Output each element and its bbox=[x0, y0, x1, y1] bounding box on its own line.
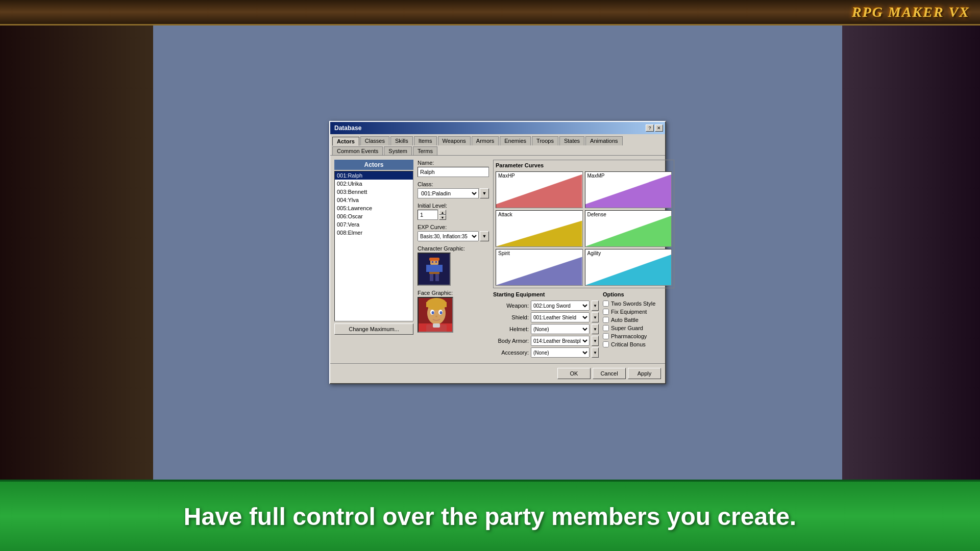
tab-actors[interactable]: Actors bbox=[332, 137, 359, 146]
body-armor-dropdown-button[interactable]: ▼ bbox=[592, 336, 599, 346]
dialog-close-button[interactable]: ✕ bbox=[655, 124, 663, 132]
two-swords-checkbox[interactable] bbox=[603, 300, 609, 307]
option-auto-battle: Auto Battle bbox=[603, 317, 674, 323]
class-dropdown-button[interactable]: ▼ bbox=[480, 188, 489, 198]
actor-item-005[interactable]: 005:Lawrence bbox=[335, 204, 413, 212]
weapon-select[interactable]: 002:Long Sword bbox=[531, 300, 590, 311]
actors-panel-header: Actors bbox=[334, 160, 413, 170]
tab-common-events[interactable]: Common Events bbox=[332, 146, 383, 155]
option-fix-equipment: Fix Equipment bbox=[603, 309, 674, 315]
char-graphic-label: Character Graphic: bbox=[418, 245, 489, 252]
apply-button[interactable]: Apply bbox=[628, 368, 661, 379]
actor-item-004[interactable]: 004:Ylva bbox=[335, 196, 413, 204]
actor-details-panel: Name: Class: 001:Paladin ▼ Initial Level… bbox=[418, 160, 489, 359]
tab-system[interactable]: System bbox=[384, 146, 412, 155]
actor-item-008[interactable]: 008:Elmer bbox=[335, 229, 413, 237]
svg-marker-23 bbox=[585, 174, 672, 208]
char-sprite-svg bbox=[424, 257, 445, 282]
starting-equipment-section: Starting Equipment Weapon: 002:Long Swor… bbox=[493, 291, 599, 359]
body-armor-row: Body Armor: 014:Leather Breastpl ▼ bbox=[493, 336, 599, 346]
top-bar: RPG MAKER VX bbox=[0, 0, 980, 26]
tab-weapons[interactable]: Weapons bbox=[438, 136, 471, 145]
svg-marker-27 bbox=[585, 255, 672, 285]
curve-defense[interactable]: Defense bbox=[585, 210, 672, 247]
initial-level-input[interactable] bbox=[418, 210, 438, 220]
body-armor-select[interactable]: 014:Leather Breastpl bbox=[531, 336, 590, 346]
exp-curve-dropdown-button[interactable]: ▼ bbox=[480, 231, 489, 241]
dialog-title: Database bbox=[332, 124, 361, 132]
actor-item-007[interactable]: 007:Vera bbox=[335, 220, 413, 229]
auto-battle-checkbox[interactable] bbox=[603, 317, 609, 323]
svg-marker-25 bbox=[585, 216, 672, 246]
tab-items[interactable]: Items bbox=[414, 136, 437, 145]
dialog-titlebar: Database ? ✕ bbox=[330, 122, 665, 134]
cancel-button[interactable]: Cancel bbox=[593, 368, 626, 379]
critical-bonus-checkbox[interactable] bbox=[603, 341, 609, 347]
actor-item-006[interactable]: 006:Oscar bbox=[335, 212, 413, 220]
change-maximum-button[interactable]: Change Maximum... bbox=[334, 323, 413, 335]
accessory-select[interactable]: (None) bbox=[531, 347, 590, 358]
parameter-curves-section: Parameter Curves MaxHP MaxMP bbox=[493, 160, 674, 288]
accessory-dropdown-button[interactable]: ▼ bbox=[592, 347, 599, 358]
dialog-help-button[interactable]: ? bbox=[646, 124, 654, 132]
equipment-options-section: Starting Equipment Weapon: 002:Long Swor… bbox=[493, 291, 674, 359]
actor-item-003[interactable]: 003:Bennett bbox=[335, 188, 413, 196]
curve-defense-label: Defense bbox=[587, 212, 606, 217]
svg-point-19 bbox=[435, 316, 437, 317]
actors-panel: Actors 001:Ralph 002:Ulrika 003:Bennett … bbox=[334, 160, 413, 359]
accessory-row: Accessory: (None) ▼ bbox=[493, 347, 599, 358]
actor-item-001[interactable]: 001:Ralph bbox=[335, 171, 413, 180]
bottom-bar-text: Have full control over the party members… bbox=[184, 503, 796, 531]
curve-spirit[interactable]: Spirit bbox=[496, 249, 583, 286]
weapon-label: Weapon: bbox=[493, 303, 529, 309]
face-graphic-box[interactable] bbox=[418, 297, 453, 333]
tab-enemies[interactable]: Enemies bbox=[500, 136, 531, 145]
database-dialog: Database ? ✕ Actors Classes Skills Items… bbox=[329, 121, 666, 384]
name-input[interactable] bbox=[418, 167, 489, 177]
exp-curve-select[interactable]: Basis:30, Inflation:35 bbox=[418, 231, 479, 241]
initial-level-spinner: ▲ ▼ bbox=[418, 210, 489, 220]
two-swords-label: Two Swords Style bbox=[611, 300, 655, 307]
actors-list[interactable]: 001:Ralph 002:Ulrika 003:Bennett 004:Ylv… bbox=[334, 171, 413, 321]
curve-attack-label: Attack bbox=[498, 212, 512, 217]
starting-equipment-title: Starting Equipment bbox=[493, 291, 599, 297]
helmet-dropdown-button[interactable]: ▼ bbox=[592, 324, 599, 334]
center-area: Database ? ✕ Actors Classes Skills Items… bbox=[153, 26, 842, 480]
curve-maxhp[interactable]: MaxHP bbox=[496, 171, 583, 208]
tab-classes[interactable]: Classes bbox=[360, 136, 389, 145]
spinner-down-button[interactable]: ▼ bbox=[439, 215, 446, 220]
actor-item-empty-6 bbox=[335, 283, 413, 292]
spinner-up-button[interactable]: ▲ bbox=[439, 210, 446, 215]
fix-equipment-checkbox[interactable] bbox=[603, 309, 609, 315]
shield-dropdown-button[interactable]: ▼ bbox=[592, 312, 599, 322]
parameter-curves-title: Parameter Curves bbox=[496, 162, 672, 168]
weapon-dropdown-button[interactable]: ▼ bbox=[592, 300, 599, 311]
curve-agility[interactable]: Agility bbox=[585, 249, 672, 286]
svg-rect-3 bbox=[435, 261, 437, 263]
side-bar-left bbox=[0, 26, 153, 480]
tab-troops[interactable]: Troops bbox=[532, 136, 558, 145]
class-field-group: Class: 001:Paladin ▼ bbox=[418, 181, 489, 198]
pharmacology-checkbox[interactable] bbox=[603, 333, 609, 339]
curve-maxmp[interactable]: MaxMP bbox=[585, 171, 672, 208]
actor-item-002[interactable]: 002:Ulrika bbox=[335, 180, 413, 188]
tab-terms[interactable]: Terms bbox=[413, 146, 437, 155]
curve-maxhp-label: MaxHP bbox=[498, 173, 515, 179]
class-select[interactable]: 001:Paladin bbox=[418, 188, 479, 198]
tab-animations[interactable]: Animations bbox=[585, 136, 622, 145]
shield-select[interactable]: 001:Leather Shield bbox=[531, 312, 590, 322]
svg-rect-5 bbox=[426, 265, 429, 272]
tab-states[interactable]: States bbox=[559, 136, 584, 145]
char-graphic-box[interactable] bbox=[418, 253, 451, 286]
ok-button[interactable]: OK bbox=[557, 368, 591, 379]
options-section: Options Two Swords Style Fix Equipment bbox=[603, 291, 674, 359]
helmet-select[interactable]: (None) bbox=[531, 324, 590, 334]
tab-skills[interactable]: Skills bbox=[390, 136, 413, 145]
curve-spirit-label: Spirit bbox=[498, 251, 510, 256]
shield-row: Shield: 001:Leather Shield ▼ bbox=[493, 312, 599, 322]
curve-maxmp-label: MaxMP bbox=[587, 173, 605, 179]
super-guard-checkbox[interactable] bbox=[603, 325, 609, 331]
tab-armors[interactable]: Armors bbox=[472, 136, 499, 145]
class-label: Class: bbox=[418, 181, 489, 187]
curve-attack[interactable]: Attack bbox=[496, 210, 583, 247]
